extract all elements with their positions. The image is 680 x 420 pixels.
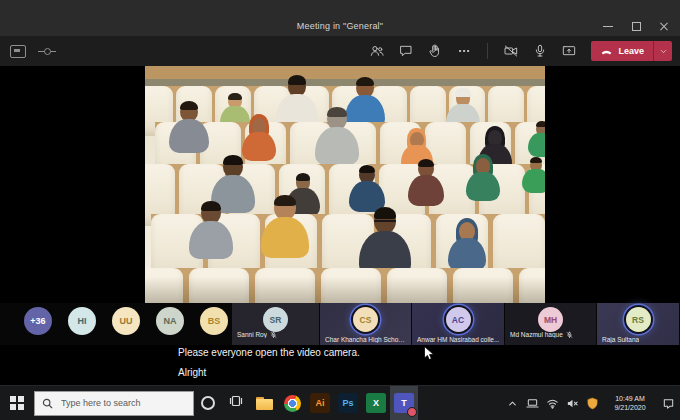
- tile-name-row: Raja Sultana: [602, 336, 676, 343]
- photoshop-button[interactable]: Ps: [334, 386, 362, 420]
- hair: [288, 75, 306, 85]
- action-center-button[interactable]: [660, 395, 676, 411]
- tile-avatar: CS: [353, 307, 378, 332]
- more-icon: [456, 43, 472, 59]
- chat-message: Please everyone open the video camera.: [178, 347, 360, 358]
- chat-message: Alright: [178, 367, 206, 378]
- participant-tile-cs[interactable]: CS Char Khancha High School...: [320, 303, 411, 345]
- tile-initials: RS: [632, 315, 644, 325]
- participants-button[interactable]: [366, 40, 388, 62]
- chrome-icon: [284, 395, 301, 412]
- strip-avatar-uu[interactable]: UU: [112, 307, 140, 335]
- share-screen-icon: [561, 43, 577, 59]
- mic-button[interactable]: [529, 40, 551, 62]
- toolbar-left: [10, 45, 56, 58]
- gallery-icon[interactable]: [10, 45, 26, 58]
- avatar-initials: BS: [208, 316, 221, 326]
- leave-button[interactable]: Leave: [591, 41, 672, 61]
- strip-avatar-na[interactable]: NA: [156, 307, 184, 335]
- participant-tile-sr[interactable]: SR Sanni Roy: [232, 303, 319, 345]
- hair: [356, 77, 374, 86]
- hair: [374, 207, 397, 219]
- excel-button[interactable]: X: [362, 386, 390, 420]
- maximize-icon[interactable]: [630, 20, 642, 32]
- hangup-icon: [600, 45, 613, 58]
- illustrator-icon: Ai: [310, 393, 330, 413]
- participant-figure: [466, 156, 500, 210]
- excel-icon: X: [366, 393, 386, 413]
- laptop-icon: [526, 397, 539, 410]
- network-button[interactable]: [544, 395, 560, 411]
- participant-strip: +36HIUUNABS SR Sanni Roy CS Char Khancha…: [0, 303, 680, 345]
- participant-figure: [522, 156, 545, 201]
- tray-chevron-button[interactable]: [504, 395, 520, 411]
- task-view-icon: [229, 394, 243, 412]
- more-options-button[interactable]: [453, 40, 475, 62]
- auditorium-seat: [255, 268, 315, 303]
- taskbar-clock[interactable]: 10:49 AM 9/21/2020: [604, 394, 656, 412]
- hair: [228, 93, 241, 100]
- participant-figure: [359, 206, 411, 289]
- avatar-initials: UU: [120, 316, 133, 326]
- hair: [274, 195, 295, 206]
- folder-icon: [256, 397, 273, 410]
- task-view-button[interactable]: [222, 386, 250, 420]
- avatar-initials: HI: [78, 316, 87, 326]
- torso: [466, 172, 500, 201]
- chrome-button[interactable]: [278, 386, 306, 420]
- action-center-icon: [662, 397, 675, 410]
- torso: [189, 221, 233, 258]
- hair: [359, 165, 375, 173]
- battery-button[interactable]: [524, 395, 540, 411]
- start-button[interactable]: [0, 386, 34, 420]
- minimize-icon[interactable]: [602, 20, 614, 32]
- volume-button[interactable]: [564, 395, 580, 411]
- strip-avatar-hi[interactable]: HI: [68, 307, 96, 335]
- meeting-toolbar: Leave: [0, 36, 680, 66]
- avatar-initials: NA: [164, 316, 177, 326]
- participant-tile-mh[interactable]: MH Md Nazmul haque: [505, 303, 596, 345]
- illustrator-button[interactable]: Ai: [306, 386, 334, 420]
- leave-dropdown[interactable]: [654, 47, 672, 56]
- cortana-button[interactable]: [194, 386, 222, 420]
- file-explorer-button[interactable]: [250, 386, 278, 420]
- camera-button[interactable]: [500, 40, 522, 62]
- search-input[interactable]: [59, 397, 186, 409]
- avatar-initials: +36: [30, 316, 45, 326]
- cap: [455, 88, 471, 97]
- torso: [528, 133, 545, 157]
- auditorium-seat: [321, 268, 381, 303]
- strip-avatar-plus36[interactable]: +36: [24, 307, 52, 335]
- auditorium-seat: [189, 268, 249, 303]
- participant-tile-rs[interactable]: RS Raja Sultana: [597, 303, 679, 345]
- torso: [448, 238, 486, 270]
- camera-off-icon: [503, 43, 519, 59]
- window-controls: [602, 20, 670, 32]
- window-title: Meeting in "General": [0, 21, 680, 31]
- tile-name: Sanni Roy: [237, 331, 267, 338]
- wifi-icon: [546, 397, 559, 410]
- chat-button[interactable]: [395, 40, 417, 62]
- participant-figure: [169, 100, 209, 164]
- close-icon[interactable]: [658, 20, 670, 32]
- auditorium-seat: [387, 268, 447, 303]
- chevron-down-icon: [659, 47, 668, 56]
- share-button[interactable]: [558, 40, 580, 62]
- strip-avatar-bs[interactable]: BS: [200, 307, 228, 335]
- windows-logo-icon: [10, 396, 24, 410]
- security-button[interactable]: [584, 395, 600, 411]
- system-tray: 10:49 AM 9/21/2020: [504, 394, 680, 412]
- leave-button-main[interactable]: Leave: [591, 45, 653, 58]
- toggle-icon[interactable]: [38, 46, 56, 57]
- hair: [296, 173, 311, 181]
- cortana-icon: [201, 396, 215, 410]
- toolbar-separator: [487, 43, 488, 59]
- volume-muted-icon: [566, 397, 579, 410]
- hair: [530, 157, 542, 163]
- participant-tile-ac[interactable]: AC Anwar HM Nasirabad colle...: [412, 303, 504, 345]
- teams-button[interactable]: T: [390, 386, 418, 420]
- taskbar-search[interactable]: [34, 391, 194, 416]
- toolbar-right: Leave: [366, 40, 672, 62]
- clock-date: 9/21/2020: [604, 403, 656, 412]
- raise-hand-button[interactable]: [424, 40, 446, 62]
